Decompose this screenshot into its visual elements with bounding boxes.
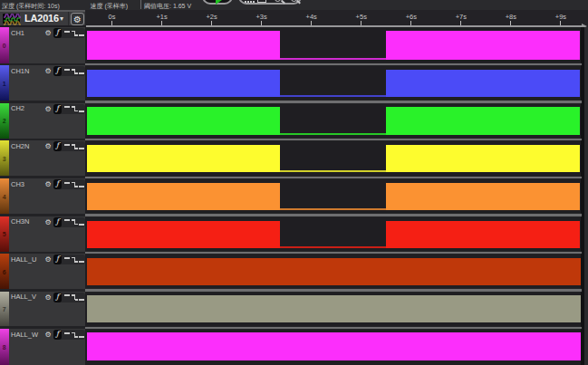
start-capture-button[interactable] bbox=[202, 0, 233, 5]
signal-high-block bbox=[87, 332, 581, 360]
edge-low-bar bbox=[75, 299, 78, 301]
trigger-high-icon[interactable] bbox=[64, 106, 70, 108]
export-icon[interactable] bbox=[257, 0, 266, 3]
device-settings-button[interactable]: ⚙ bbox=[71, 13, 84, 25]
trigger-low-icon[interactable] bbox=[79, 261, 84, 263]
channel-measure-button[interactable]: ƒ bbox=[53, 330, 62, 340]
channel-name: CH2 bbox=[11, 104, 24, 112]
waveform-area[interactable] bbox=[85, 27, 588, 365]
trigger-high-icon[interactable] bbox=[64, 69, 70, 71]
channel-color-strip: 6 bbox=[0, 254, 9, 289]
device-selector[interactable]: LA2016 bbox=[24, 12, 59, 25]
channel-trigger-group: ƒ bbox=[53, 66, 85, 76]
channel-measure-button[interactable]: ƒ bbox=[53, 255, 62, 264]
channel-number: 0 bbox=[0, 42, 9, 48]
channel-row: 3CH2N⚙ƒ bbox=[0, 140, 85, 176]
trigger-edge-icon[interactable] bbox=[72, 31, 78, 36]
time-tick-label: +2s bbox=[206, 13, 217, 21]
channel-name: CH2N bbox=[11, 142, 29, 150]
signal-high-block bbox=[386, 107, 581, 135]
zoom-out-icon[interactable] bbox=[291, 0, 301, 4]
time-tick-label: +4s bbox=[306, 13, 317, 21]
trigger-edge-icon[interactable] bbox=[72, 182, 78, 187]
channel-settings-icon[interactable]: ⚙ bbox=[43, 141, 53, 151]
channel-number: 4 bbox=[0, 193, 9, 199]
trigger-low-icon[interactable] bbox=[79, 224, 84, 226]
trigger-low-icon[interactable] bbox=[79, 72, 84, 74]
trigger-edge-icon[interactable] bbox=[72, 257, 78, 263]
row-separator bbox=[85, 177, 582, 179]
channel-settings-icon[interactable]: ⚙ bbox=[43, 255, 53, 264]
trigger-high-icon[interactable] bbox=[64, 332, 70, 334]
trigger-high-icon[interactable] bbox=[64, 219, 70, 221]
channel-measure-button[interactable]: ƒ bbox=[53, 293, 62, 303]
dot bbox=[245, 1, 246, 3]
channel-row: 0CH1⚙ƒ bbox=[0, 27, 85, 63]
play-icon bbox=[216, 0, 222, 5]
channel-measure-button[interactable]: ƒ bbox=[53, 141, 62, 151]
trigger-low-icon[interactable] bbox=[79, 148, 84, 149]
channel-settings-icon[interactable]: ⚙ bbox=[43, 217, 53, 227]
logo-waveform-svg bbox=[3, 14, 22, 25]
trigger-edge-icon[interactable] bbox=[72, 144, 78, 149]
trigger-edge-icon[interactable] bbox=[72, 332, 78, 338]
time-tick-label: +8s bbox=[506, 13, 516, 21]
channel-number: 1 bbox=[0, 80, 9, 86]
dot bbox=[253, 1, 255, 3]
trigger-edge-icon[interactable] bbox=[72, 69, 78, 74]
trigger-high-icon[interactable] bbox=[64, 257, 70, 259]
chevron-down-icon[interactable]: ▾ bbox=[60, 12, 63, 25]
channel-settings-icon[interactable]: ⚙ bbox=[43, 179, 53, 189]
channel-trigger-group: ƒ bbox=[53, 330, 85, 340]
channel-trigger-group: ƒ bbox=[53, 179, 85, 189]
channel-measure-button[interactable]: ƒ bbox=[53, 104, 62, 114]
trigger-edge-icon[interactable] bbox=[72, 219, 78, 225]
channel-trigger-group: ƒ bbox=[53, 217, 85, 227]
time-tick-label: +1s bbox=[156, 13, 167, 21]
row-separator bbox=[85, 327, 582, 330]
trigger-edge-icon[interactable] bbox=[72, 106, 78, 111]
trigger-low-icon[interactable] bbox=[79, 186, 84, 187]
channel-settings-icon[interactable]: ⚙ bbox=[43, 330, 53, 340]
edge-low-bar bbox=[75, 336, 78, 338]
channel-color-strip: 8 bbox=[0, 329, 9, 365]
channel-name: CH1N bbox=[11, 67, 29, 75]
trigger-low-icon[interactable] bbox=[79, 110, 84, 112]
device-header: LA2016 ▾ ⚙ bbox=[0, 10, 85, 25]
trigger-edge-icon[interactable] bbox=[72, 294, 78, 300]
row-separator bbox=[85, 214, 582, 216]
time-tick-label: +6s bbox=[406, 13, 417, 21]
channel-row: 4CH3⚙ƒ bbox=[0, 178, 85, 214]
channel-measure-button[interactable]: ƒ bbox=[53, 217, 62, 227]
row-separator bbox=[85, 139, 582, 141]
channel-settings-icon[interactable]: ⚙ bbox=[43, 28, 53, 38]
trigger-high-icon[interactable] bbox=[64, 31, 70, 33]
channel-color-strip: 1 bbox=[0, 65, 9, 101]
channel-measure-button[interactable]: ƒ bbox=[53, 28, 62, 38]
signal-high-block bbox=[87, 221, 280, 248]
channel-number: 8 bbox=[0, 344, 9, 351]
channel-settings-icon[interactable]: ⚙ bbox=[43, 66, 53, 76]
trigger-low-icon[interactable] bbox=[79, 299, 84, 301]
channel-settings-icon[interactable]: ⚙ bbox=[43, 104, 53, 114]
time-tick-label: +5s bbox=[356, 13, 367, 21]
signal-high-block bbox=[386, 183, 581, 211]
trigger-high-icon[interactable] bbox=[64, 182, 70, 184]
edge-low-bar bbox=[75, 261, 78, 263]
row-separator bbox=[85, 289, 582, 292]
dots-icon[interactable] bbox=[245, 1, 255, 4]
zoom-in-icon[interactable] bbox=[275, 0, 284, 4]
trigger-high-icon[interactable] bbox=[64, 294, 70, 296]
channel-measure-button[interactable]: ƒ bbox=[53, 179, 62, 189]
trigger-low-icon[interactable] bbox=[79, 34, 84, 36]
handle bbox=[296, 0, 301, 4]
edge-low-bar bbox=[75, 224, 78, 226]
trigger-low-icon[interactable] bbox=[79, 336, 84, 338]
row-separator bbox=[85, 252, 582, 255]
trigger-high-icon[interactable] bbox=[64, 144, 70, 146]
signal-low-line bbox=[280, 170, 386, 172]
channel-trigger-group: ƒ bbox=[53, 293, 85, 303]
signal-high-block bbox=[386, 145, 581, 172]
channel-measure-button[interactable]: ƒ bbox=[53, 66, 62, 76]
channel-settings-icon[interactable]: ⚙ bbox=[43, 293, 53, 303]
